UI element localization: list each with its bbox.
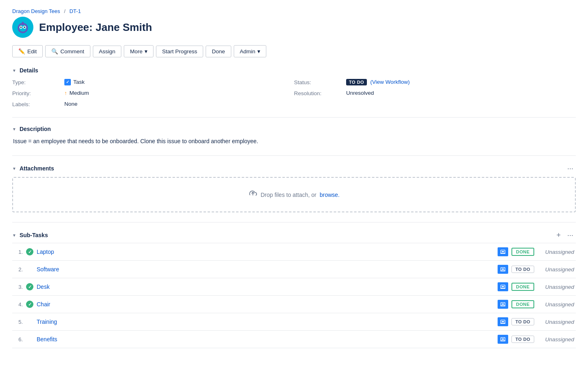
table-row: 4. Chair DONE Unassigned <box>12 296 576 313</box>
view-workflow-link[interactable]: (View Workflow) <box>370 79 410 85</box>
task-type-icon <box>64 79 71 85</box>
subtask-assignee-4: Unassigned <box>538 301 574 308</box>
assign-button[interactable]: Assign <box>93 46 122 57</box>
table-row: 1. Laptop DONE Unassigned <box>12 243 576 261</box>
subtask-name-4[interactable]: Chair <box>37 301 494 308</box>
upload-icon <box>248 189 257 200</box>
subtask-name-5[interactable]: Training <box>37 319 494 325</box>
subtask-num-2: 2. <box>14 266 23 273</box>
details-left-col: Type: Task Priority: ↑ Medium Labels: No… <box>12 79 294 107</box>
subtask-check-3 <box>26 283 33 290</box>
subtask-num-3: 3. <box>14 284 23 290</box>
subtask-check-2 <box>26 266 33 273</box>
project-link[interactable]: Dragon Design Tees <box>12 8 60 14</box>
start-progress-button[interactable]: Start Progress <box>156 46 203 57</box>
status-badge: TO DO <box>346 79 367 85</box>
subtasks-chevron-icon: ▼ <box>12 233 16 238</box>
subtask-name-1[interactable]: Laptop <box>37 249 494 255</box>
subtask-num-4: 4. <box>14 301 23 308</box>
toolbar: ✏️ Edit 🔍 Comment Assign More ▾ Start Pr… <box>12 45 576 57</box>
subtask-name-6[interactable]: Benefits <box>37 336 494 343</box>
resolution-label: Resolution: <box>294 89 343 96</box>
subtask-assignee-6: Unassigned <box>538 336 574 343</box>
edit-icon: ✏️ <box>18 48 25 55</box>
subtask-list: 1. Laptop DONE Unassigned 2. Software TO… <box>12 243 576 348</box>
subtask-type-icon-2 <box>498 265 508 274</box>
table-row: 5. Training TO DO Unassigned <box>12 313 576 331</box>
subtask-assignee-5: Unassigned <box>538 319 574 325</box>
subtask-check-1 <box>26 248 33 255</box>
details-chevron-icon: ▼ <box>12 68 16 73</box>
attachments-section: ▼ Attachments ··· Drop files to attach, … <box>12 164 576 212</box>
done-button[interactable]: Done <box>206 46 231 57</box>
svg-rect-14 <box>502 268 504 270</box>
details-section: ▼ Details Type: Task Priority: ↑ Medium … <box>12 67 576 107</box>
subtask-check-4 <box>26 301 33 308</box>
comment-button[interactable]: 🔍 Comment <box>45 45 90 57</box>
subtask-num-5: 5. <box>14 319 23 325</box>
subtask-check-5 <box>26 318 33 325</box>
subtask-status-2: TO DO <box>511 266 534 273</box>
svg-point-5 <box>24 26 26 28</box>
more-button[interactable]: More ▾ <box>124 45 154 57</box>
subtask-name-2[interactable]: Software <box>37 266 494 273</box>
details-section-header[interactable]: ▼ Details <box>12 67 576 74</box>
edit-button[interactable]: ✏️ Edit <box>12 45 43 57</box>
subtask-num-6: 6. <box>14 336 23 343</box>
breadcrumb: Dragon Design Tees / DT-1 <box>12 8 576 14</box>
subtasks-section-header[interactable]: ▼ Sub-Tasks <box>12 232 48 238</box>
svg-point-6 <box>22 22 24 26</box>
subtask-status-4: DONE <box>511 300 534 308</box>
subtask-type-icon-5 <box>498 317 508 326</box>
subtasks-section: ▼ Sub-Tasks + ··· 1. Laptop DONE Unassig… <box>12 231 576 348</box>
subtask-assignee-2: Unassigned <box>538 266 574 273</box>
attachments-header-row: ▼ Attachments ··· <box>12 164 576 173</box>
subtask-assignee-3: Unassigned <box>538 284 574 290</box>
title-row: Employee: Jane Smith <box>12 17 576 38</box>
description-section-header[interactable]: ▼ Description <box>12 126 576 132</box>
description-section: ▼ Description Issue = an employee that n… <box>12 126 576 146</box>
attachments-section-header[interactable]: ▼ Attachments <box>12 165 54 172</box>
table-row: 2. Software TO DO Unassigned <box>12 261 576 278</box>
subtask-num-1: 1. <box>14 249 23 255</box>
table-row: 3. Desk DONE Unassigned <box>12 278 576 296</box>
type-value: Task <box>64 79 294 85</box>
details-grid: Type: Task Priority: ↑ Medium Labels: No… <box>12 79 576 107</box>
subtask-type-icon-4 <box>498 300 508 309</box>
subtask-name-3[interactable]: Desk <box>37 284 494 290</box>
labels-label: Labels: <box>12 100 61 107</box>
drop-zone[interactable]: Drop files to attach, or browse. <box>12 177 576 212</box>
status-value: TO DO (View Workflow) <box>346 79 576 85</box>
divider-3 <box>12 222 576 223</box>
divider-1 <box>12 117 576 118</box>
more-chevron-icon: ▾ <box>145 48 147 55</box>
subtasks-header-row: ▼ Sub-Tasks + ··· <box>12 231 576 240</box>
subtasks-more-button[interactable]: ··· <box>565 231 576 240</box>
subtask-type-icon-3 <box>498 282 508 291</box>
breadcrumb-separator: / <box>64 8 66 14</box>
subtask-status-5: TO DO <box>511 318 534 325</box>
svg-rect-23 <box>502 321 504 322</box>
subtask-status-6: TO DO <box>511 336 534 343</box>
issue-key-link[interactable]: DT-1 <box>69 8 81 14</box>
description-text: Issue = an employee that needs to be onb… <box>12 137 576 146</box>
labels-value: None <box>64 100 294 107</box>
subtasks-add-button[interactable]: + <box>554 231 563 240</box>
status-label: Status: <box>294 79 343 85</box>
details-right-col: Status: TO DO (View Workflow) Resolution… <box>294 79 576 107</box>
priority-label: Priority: <box>12 89 61 96</box>
comment-icon: 🔍 <box>51 48 58 55</box>
subtask-status-3: DONE <box>511 283 534 291</box>
attachments-more-button[interactable]: ··· <box>565 164 576 173</box>
subtask-type-icon-1 <box>498 247 508 256</box>
priority-value: ↑ Medium <box>64 89 294 96</box>
svg-point-4 <box>20 26 22 28</box>
type-label: Type: <box>12 79 61 85</box>
description-chevron-icon: ▼ <box>12 127 16 131</box>
svg-rect-11 <box>502 251 504 252</box>
subtask-type-icon-6 <box>498 335 508 344</box>
browse-link[interactable]: browse. <box>320 192 340 198</box>
subtasks-actions: + ··· <box>554 231 576 240</box>
admin-button[interactable]: Admin ▾ <box>234 45 266 57</box>
page-title: Employee: Jane Smith <box>39 21 152 34</box>
